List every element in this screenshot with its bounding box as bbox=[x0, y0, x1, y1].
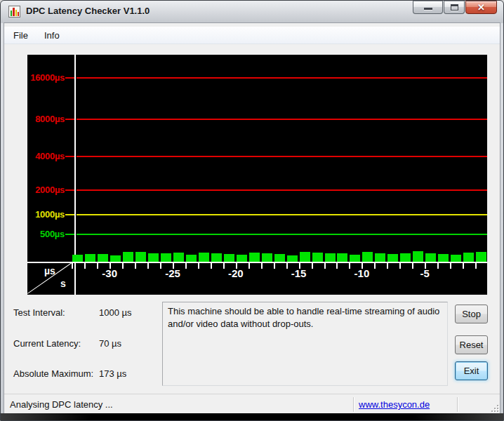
latency-bar bbox=[186, 255, 197, 262]
y-gridline bbox=[77, 214, 487, 215]
stat-current-latency: Current Latency: 70 µs bbox=[13, 338, 157, 349]
latency-bar bbox=[72, 255, 83, 262]
stat-value: 70 µs bbox=[99, 338, 121, 349]
status-text: Analysing DPC latency ... bbox=[10, 399, 113, 410]
latency-bar bbox=[400, 253, 411, 262]
latency-bar bbox=[476, 252, 486, 262]
y-axis-tick-label: 4000µs bbox=[27, 151, 65, 161]
close-button[interactable]: ✕ bbox=[465, 1, 497, 14]
result-message-box: This machine should be able to handle re… bbox=[162, 302, 448, 386]
latency-bar bbox=[123, 252, 133, 262]
x-axis-tick bbox=[475, 263, 477, 269]
x-axis-tick bbox=[450, 263, 451, 269]
x-axis-tick bbox=[198, 263, 199, 269]
latency-bar bbox=[237, 255, 247, 262]
latency-bar bbox=[199, 253, 209, 262]
latency-bar bbox=[274, 254, 285, 262]
minimize-button[interactable] bbox=[413, 1, 443, 14]
x-axis-tick bbox=[399, 263, 401, 269]
y-gridline-stub bbox=[65, 214, 74, 215]
y-gridline-stub bbox=[65, 189, 74, 191]
x-axis-tick bbox=[72, 263, 73, 269]
result-message-text: This machine should be able to handle re… bbox=[168, 306, 439, 329]
stat-value: 173 µs bbox=[99, 368, 126, 379]
y-gridline bbox=[77, 189, 487, 191]
menu-file[interactable]: File bbox=[6, 28, 35, 43]
latency-bar bbox=[350, 255, 360, 262]
stat-label: Test Interval: bbox=[13, 307, 65, 318]
y-axis-tick-label: 16000µs bbox=[27, 72, 65, 83]
stat-label: Current Latency: bbox=[13, 338, 81, 349]
latency-bar bbox=[85, 254, 95, 262]
x-axis-tick bbox=[211, 263, 212, 269]
x-axis-tick bbox=[135, 263, 136, 269]
window-bottom-edge bbox=[1, 413, 503, 420]
exit-button[interactable]: Exit bbox=[455, 361, 488, 380]
latency-bar bbox=[161, 253, 171, 262]
latency-bar bbox=[438, 254, 449, 262]
latency-bar bbox=[312, 253, 323, 262]
latency-bar bbox=[110, 255, 121, 262]
stat-value: 1000 µs bbox=[99, 307, 132, 318]
y-gridline-stub bbox=[65, 119, 74, 120]
y-gridline bbox=[77, 119, 487, 120]
minimize-icon bbox=[424, 8, 432, 10]
reset-button[interactable]: Reset bbox=[455, 335, 488, 354]
y-gridline bbox=[77, 77, 487, 79]
x-axis-tick-label: -30 bbox=[95, 267, 124, 279]
x-axis-tick bbox=[261, 263, 263, 269]
stat-absolute-maximum: Absolute Maximum: 173 µs bbox=[13, 368, 157, 379]
latency-bar bbox=[425, 253, 436, 262]
y-axis-tick-label: 8000µs bbox=[27, 114, 65, 124]
maximize-icon bbox=[451, 4, 458, 11]
menu-bar: File Info bbox=[4, 27, 500, 44]
x-axis-tick bbox=[84, 263, 86, 269]
y-gridline bbox=[77, 234, 487, 235]
thesycon-link[interactable]: www.thesycon.de bbox=[359, 399, 430, 410]
latency-bar bbox=[362, 252, 373, 262]
menu-info[interactable]: Info bbox=[37, 28, 67, 43]
latency-bar bbox=[135, 252, 146, 262]
stop-button[interactable]: Stop bbox=[455, 305, 488, 323]
latency-bar bbox=[262, 253, 272, 262]
latency-bar bbox=[173, 253, 184, 262]
latency-bar bbox=[375, 253, 385, 262]
y-gridline-stub bbox=[65, 77, 74, 79]
window-title: DPC Latency Checker V1.1.0 bbox=[26, 6, 150, 16]
x-axis-tick bbox=[324, 263, 326, 269]
status-separator bbox=[457, 397, 458, 412]
y-axis-tick-label: 1000µs bbox=[27, 209, 65, 220]
latency-bar bbox=[387, 254, 398, 262]
latency-bar bbox=[413, 251, 423, 262]
latency-bar bbox=[224, 254, 234, 262]
latency-bar bbox=[287, 255, 298, 262]
chart-plot: µs s 16000µs8000µs4000µs2000µs1000µs500µ… bbox=[27, 55, 487, 295]
x-axis-tick bbox=[274, 263, 275, 269]
x-axis-tick-label: -25 bbox=[159, 267, 187, 279]
latency-bar bbox=[148, 253, 159, 262]
latency-bar bbox=[337, 253, 347, 262]
resize-grip-icon[interactable] bbox=[489, 402, 498, 412]
stat-label: Absolute Maximum: bbox=[13, 368, 93, 379]
latency-bar bbox=[249, 253, 260, 262]
maximize-button[interactable] bbox=[444, 1, 465, 14]
latency-bar bbox=[463, 253, 474, 262]
latency-bar bbox=[300, 252, 310, 262]
close-icon: ✕ bbox=[466, 2, 496, 13]
x-axis-tick-label: -20 bbox=[222, 267, 250, 279]
x-axis-tick bbox=[147, 263, 149, 269]
latency-bar bbox=[98, 254, 108, 262]
latency-bar bbox=[325, 253, 336, 262]
stat-test-interval: Test Interval: 1000 µs bbox=[13, 307, 157, 318]
x-axis-tick bbox=[463, 263, 464, 269]
latency-bar bbox=[451, 255, 461, 262]
x-axis-unit-label: s bbox=[60, 278, 66, 289]
x-axis-tick-label: -15 bbox=[285, 267, 313, 279]
x-axis-tick bbox=[336, 263, 338, 269]
title-bar: DPC Latency Checker V1.1.0 ✕ bbox=[1, 1, 503, 23]
latency-bar bbox=[211, 253, 222, 262]
y-axis-unit-label: µs bbox=[44, 265, 55, 276]
app-bar-chart-icon bbox=[8, 6, 20, 18]
y-gridline bbox=[77, 156, 487, 157]
y-axis-tick-label: 2000µs bbox=[27, 185, 65, 195]
